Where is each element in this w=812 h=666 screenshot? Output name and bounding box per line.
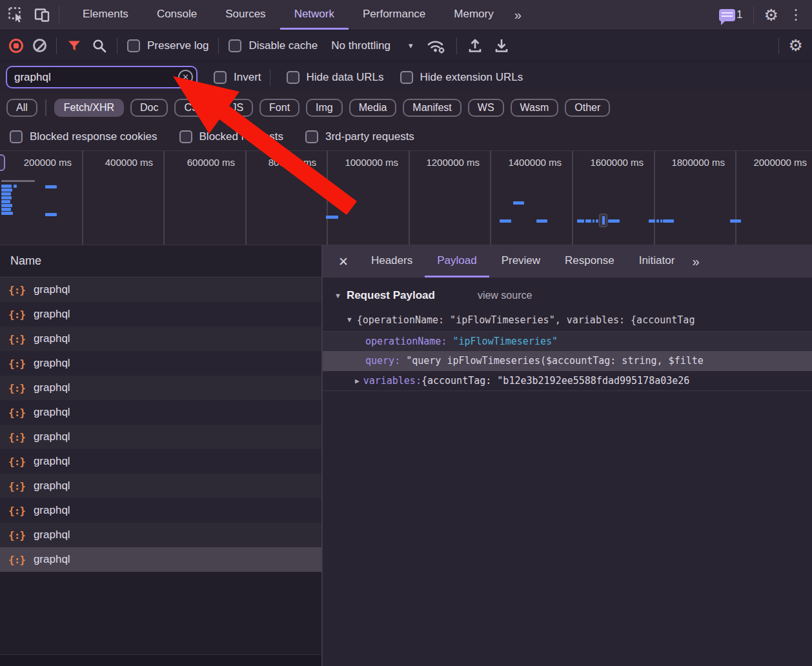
detail-tab-headers[interactable]: Headers xyxy=(359,245,425,278)
3rd-party-requests-checkbox[interactable] xyxy=(305,130,318,143)
import-har-icon[interactable] xyxy=(467,37,483,54)
tab-memory[interactable]: Memory xyxy=(440,0,507,30)
filter-chip-wasm[interactable]: Wasm xyxy=(511,99,559,117)
preserve-log-checkbox[interactable] xyxy=(127,39,140,52)
detail-tab-preview[interactable]: Preview xyxy=(489,245,553,278)
request-row[interactable]: {:}graphql xyxy=(0,474,321,498)
export-har-icon[interactable] xyxy=(493,37,510,54)
blocked-response-cookies-checkbox[interactable] xyxy=(10,130,23,143)
waterfall-bar[interactable] xyxy=(1,204,12,207)
filter-chip-other[interactable]: Other xyxy=(565,99,610,117)
request-row[interactable]: {:}graphql xyxy=(0,400,321,425)
filter-chip-all[interactable]: All xyxy=(6,99,37,117)
waterfall-bar[interactable] xyxy=(14,185,17,188)
waterfall-bar[interactable] xyxy=(1,192,11,196)
waterfall-bar[interactable] xyxy=(1,200,10,203)
expand-triangle-icon[interactable]: ▶ xyxy=(355,371,360,391)
network-settings-gear-icon[interactable]: ⚙ xyxy=(789,37,803,54)
device-toolbar-icon[interactable] xyxy=(34,6,51,23)
network-overview-timeline[interactable]: 200000 ms400000 ms600000 ms800000 ms1000… xyxy=(0,150,812,245)
tab-elements[interactable]: Elements xyxy=(68,0,143,30)
tab-network[interactable]: Network xyxy=(280,0,349,30)
request-row[interactable]: {:}graphql xyxy=(0,498,321,523)
payload-row-variables[interactable]: ▶ variables: {accountTag: "b12e3b2192ee5… xyxy=(323,371,812,391)
waterfall-bar[interactable] xyxy=(663,219,674,223)
waterfall-bar[interactable] xyxy=(536,219,547,223)
detail-tab-response[interactable]: Response xyxy=(553,245,627,278)
payload-row-operation-name[interactable]: operationName: "ipFlowTimeseries" xyxy=(323,331,812,351)
waterfall-bar[interactable] xyxy=(596,219,598,223)
invert-checkbox[interactable] xyxy=(214,71,227,84)
timeline-left-handle[interactable] xyxy=(0,154,5,171)
expand-triangle-icon[interactable]: ▼ xyxy=(347,316,352,324)
tab-sources[interactable]: Sources xyxy=(211,0,279,30)
waterfall-bar[interactable] xyxy=(1,208,11,211)
waterfall-bar[interactable] xyxy=(45,213,57,216)
panel-tabs: ElementsConsoleSourcesNetworkPerformance… xyxy=(68,0,508,30)
request-row[interactable]: {:}graphql xyxy=(0,425,321,449)
filter-chip-doc[interactable]: Doc xyxy=(130,99,168,117)
filter-funnel-icon[interactable] xyxy=(66,38,82,54)
request-row[interactable]: {:}graphql xyxy=(0,351,321,376)
filter-chip-ws[interactable]: WS xyxy=(468,99,504,117)
waterfall-bar[interactable] xyxy=(500,219,511,223)
request-row[interactable]: {:}graphql xyxy=(0,449,321,474)
waterfall-bar[interactable] xyxy=(649,219,655,223)
search-icon[interactable] xyxy=(92,38,107,54)
filter-chip-css[interactable]: CSS xyxy=(174,99,215,117)
detail-tab-payload[interactable]: Payload xyxy=(425,245,489,278)
payload-row-query[interactable]: query: "query ipFlowTimeseries($accountT… xyxy=(323,351,812,371)
waterfall-bar[interactable] xyxy=(593,219,594,223)
tab-performance[interactable]: Performance xyxy=(349,0,440,30)
detail-tab-initiator[interactable]: Initiator xyxy=(627,245,687,278)
throttling-dropdown[interactable]: No throttling ▾ xyxy=(331,39,412,52)
request-row[interactable]: {:}graphql xyxy=(0,376,321,400)
payload-root-row[interactable]: ▼ {operationName: "ipFlowTimeseries", va… xyxy=(323,308,812,331)
filter-chip-manifest[interactable]: Manifest xyxy=(403,99,461,117)
waterfall-bar[interactable] xyxy=(1,188,12,192)
record-network-log-button[interactable] xyxy=(9,39,23,53)
request-row[interactable]: {:}graphql xyxy=(0,523,321,547)
waterfall-bar[interactable] xyxy=(608,219,620,223)
waterfall-selected-marker[interactable] xyxy=(599,214,607,227)
filter-chip-font[interactable]: Font xyxy=(259,99,299,117)
view-source-link[interactable]: view source xyxy=(478,290,532,301)
detail-more-tabs-icon[interactable]: » xyxy=(687,254,703,269)
tab-console[interactable]: Console xyxy=(143,0,211,30)
filter-chip-fetch-xhr[interactable]: Fetch/XHR xyxy=(54,99,124,117)
waterfall-bar[interactable] xyxy=(1,212,13,215)
waterfall-bar[interactable] xyxy=(660,219,662,223)
name-column-header[interactable]: Name xyxy=(0,245,321,278)
clear-network-log-button[interactable] xyxy=(33,39,46,52)
waterfall-bar[interactable] xyxy=(45,185,57,188)
request-row[interactable]: {:}graphql xyxy=(0,327,321,351)
waterfall-bar[interactable] xyxy=(585,219,591,223)
kebab-menu-icon[interactable]: ⋮ xyxy=(789,8,803,22)
filter-chip-img[interactable]: Img xyxy=(306,99,343,117)
waterfall-bar[interactable] xyxy=(513,201,524,205)
request-row[interactable]: {:}graphql xyxy=(0,278,321,302)
blocked-requests-checkbox[interactable] xyxy=(179,130,192,143)
hide-extension-urls-checkbox[interactable] xyxy=(400,71,413,84)
filter-chip-media[interactable]: Media xyxy=(349,99,397,117)
waterfall-bar[interactable] xyxy=(1,185,12,188)
settings-gear-icon[interactable]: ⚙ xyxy=(764,7,778,23)
request-row[interactable]: {:}graphql xyxy=(0,547,321,572)
filter-chip-js[interactable]: JS xyxy=(221,99,253,117)
issues-indicator[interactable]: 1 xyxy=(719,8,742,21)
hide-data-urls-checkbox[interactable] xyxy=(287,71,299,84)
collapse-triangle-icon[interactable]: ▼ xyxy=(334,292,341,299)
waterfall-bar[interactable] xyxy=(730,219,741,223)
more-tabs-icon[interactable]: » xyxy=(508,8,527,23)
filter-input[interactable] xyxy=(7,67,196,87)
clear-filter-icon[interactable]: ✕ xyxy=(178,70,193,85)
waterfall-bar[interactable] xyxy=(656,219,659,223)
request-row[interactable]: {:}graphql xyxy=(0,302,321,327)
inspect-element-icon[interactable] xyxy=(8,6,25,23)
waterfall-bar[interactable] xyxy=(1,196,12,199)
waterfall-bar[interactable] xyxy=(326,216,338,219)
close-detail-icon[interactable]: ✕ xyxy=(328,254,359,269)
disable-cache-checkbox[interactable] xyxy=(228,39,241,52)
network-conditions-icon[interactable] xyxy=(426,37,447,54)
waterfall-bar[interactable] xyxy=(577,219,584,223)
